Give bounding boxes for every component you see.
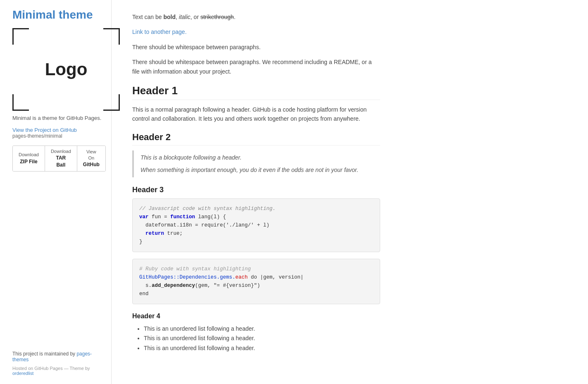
js-keyword-function: function	[170, 214, 195, 220]
sidebar: Minimal theme Logo Minimal is a theme fo…	[0, 0, 112, 384]
maintained-by-text: This project is maintained by	[12, 351, 76, 357]
js-line1-end: lang(l) {	[195, 214, 226, 220]
corner-tl-decoration	[12, 28, 29, 45]
ruby-method-each: each	[236, 274, 248, 280]
corner-tr-decoration	[103, 28, 120, 45]
ruby-line1: GitHubPages::Dependencies.gems.each do |…	[139, 273, 373, 281]
github-link[interactable]: View the Project on GitHub	[12, 127, 77, 133]
ruby-line1-end: do |gem, version|	[248, 274, 304, 280]
main-content: Text can be bold, italic, or strikethrou…	[112, 0, 401, 384]
js-line3-end: true;	[164, 231, 183, 236]
js-closing-brace: }	[139, 239, 143, 245]
strike-text: strikethrough	[200, 14, 234, 20]
js-comment-line: // Javascript code with syntax highlight…	[139, 205, 373, 213]
list-item: This is an unordered list following a he…	[144, 324, 380, 334]
corner-bl-decoration	[12, 94, 29, 111]
github-button-bottom-label: GitHub	[83, 161, 100, 168]
tar-button-bottom-label: TAR Ball	[51, 155, 71, 169]
logo-box: Logo	[12, 28, 120, 111]
italic-text: italic	[179, 14, 190, 20]
js-keyword-return: return	[139, 231, 164, 236]
intro-paragraph: Text can be bold, italic, or strikethrou…	[132, 12, 380, 21]
ruby-add-dep: add_dependency	[152, 283, 195, 289]
blockquote-section: This is a blockquote following a header.…	[132, 150, 380, 177]
js-keyword-var: var	[139, 214, 149, 220]
js-code-block: // Javascript code with syntax highlight…	[132, 198, 380, 252]
logo-text: Logo	[45, 60, 88, 79]
intro-text: Text can be	[132, 14, 164, 20]
ruby-class-text: GitHubPages::Dependencies.gems.	[139, 274, 236, 280]
hosted-text: Hosted on GitHub Pages — Theme by	[12, 366, 90, 371]
para1: There should be whitespace between parag…	[132, 43, 380, 52]
corner-br-decoration	[103, 94, 120, 111]
intro-period: .	[234, 14, 236, 20]
h1-paragraph: This is a normal paragraph following a h…	[132, 105, 380, 124]
header-2: Header 2	[132, 132, 380, 145]
blockquote-line1: This is a blockquote following a header.	[140, 153, 374, 162]
sidebar-footer: This project is maintained by pages-them…	[12, 351, 103, 363]
list-item: This is an unordered list following a he…	[144, 334, 380, 343]
download-buttons: Download ZIP File Download TAR Ball View…	[12, 145, 106, 172]
sidebar-hosted: Hosted on GitHub Pages — Theme by ordere…	[12, 366, 103, 376]
page-link[interactable]: Link to another page.	[132, 29, 187, 35]
para2: There should be whitespace between parag…	[132, 57, 380, 76]
link-paragraph: Link to another page.	[132, 27, 380, 36]
zip-button-bottom-label: ZIP File	[19, 158, 39, 165]
download-zip-button[interactable]: Download ZIP File	[13, 146, 45, 171]
header-3: Header 3	[132, 186, 380, 194]
hosted-link[interactable]: orderedlist	[12, 371, 33, 376]
github-button-top-label: View On	[83, 149, 100, 162]
ruby-end: end	[139, 291, 149, 297]
zip-button-top-label: Download	[19, 152, 39, 158]
ruby-comment-line: # Ruby code with syntax highlighting	[139, 265, 373, 273]
ruby-line2-s: s.	[139, 283, 152, 289]
ruby-line2-end: (gem, "= #{version}")	[195, 283, 260, 289]
ruby-code-block: # Ruby code with syntax highlighting Git…	[132, 259, 380, 304]
js-comment: // Javascript code with syntax highlight…	[139, 206, 276, 212]
list-item: This is an unordered list following a he…	[144, 343, 380, 353]
js-line1-mid: fun =	[149, 214, 171, 220]
tar-button-top-label: Download	[51, 148, 71, 155]
bold-text: bold	[164, 14, 176, 20]
ruby-comment: # Ruby code with syntax highlighting	[139, 266, 251, 272]
js-line2-text: dateformat.i18n = require('./lang/' + l)	[139, 222, 269, 228]
js-line3: return true;	[139, 229, 373, 238]
js-line2: dateformat.i18n = require('./lang/' + l)	[139, 221, 373, 229]
view-github-button[interactable]: View On GitHub	[77, 146, 105, 171]
ruby-line2: s.add_dependency(gem, "= #{version}")	[139, 281, 373, 290]
js-line4: }	[139, 238, 373, 246]
intro-or: , or	[190, 14, 200, 20]
blockquote-line2: When something is important enough, you …	[140, 165, 374, 174]
site-title[interactable]: Minimal theme	[12, 8, 93, 21]
download-tar-button[interactable]: Download TAR Ball	[45, 146, 77, 171]
js-line1: var fun = function lang(l) {	[139, 213, 373, 221]
ruby-line3: end	[139, 290, 373, 298]
sidebar-description: Minimal is a theme for GitHub Pages.	[12, 115, 101, 121]
header-4: Header 4	[132, 312, 380, 320]
repo-path: pages-themes/minimal	[12, 133, 62, 139]
unordered-list: This is an unordered list following a he…	[132, 324, 380, 353]
header-1: Header 1	[132, 84, 380, 100]
